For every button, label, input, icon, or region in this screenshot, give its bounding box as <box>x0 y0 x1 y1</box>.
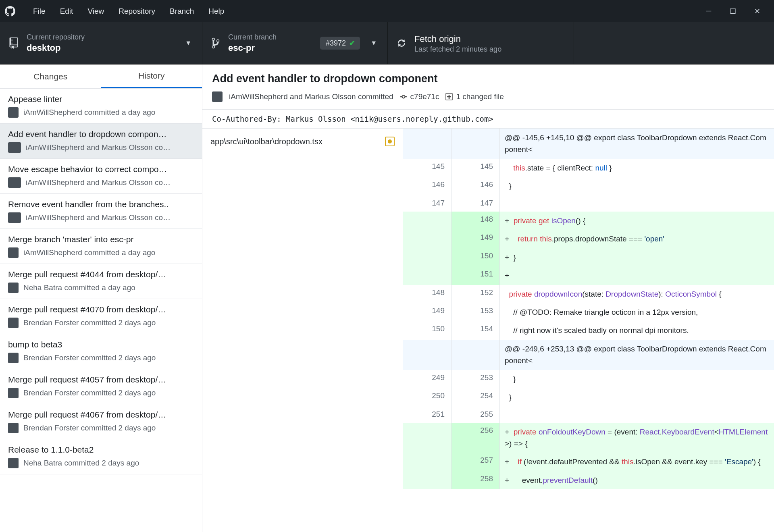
diff-view[interactable]: @@ -145,6 +145,10 @@ export class Toolba… <box>403 129 774 532</box>
commit-item[interactable]: Merge branch 'master' into esc-pr iAmWil… <box>0 229 202 264</box>
commit-item-title: Appease linter <box>8 94 194 104</box>
menu-file[interactable]: File <box>26 7 53 16</box>
commit-item[interactable]: Add event handler to dropdown compon… iA… <box>0 124 202 159</box>
diff-row: 256+ private onFoldoutKeyDown = (event: … <box>403 423 774 453</box>
line-num-new: 254 <box>452 388 500 406</box>
commit-item[interactable]: Merge pull request #4067 from desktop/… … <box>0 404 202 439</box>
code-line: + } <box>500 248 774 266</box>
fetch-button[interactable]: Fetch origin Last fetched 2 minutes ago <box>388 22 574 64</box>
code-line: private dropdownIcon(state: DropdownStat… <box>500 285 774 303</box>
repo-value: desktop <box>27 43 85 53</box>
line-num-new: 151 <box>452 266 500 285</box>
menu-edit[interactable]: Edit <box>53 7 81 16</box>
code-line: } <box>500 177 774 195</box>
sha-block: c79e71c <box>400 92 439 101</box>
line-num-old <box>403 248 452 266</box>
commit-item-title: Release to 1.1.0-beta2 <box>8 445 194 455</box>
commit-item[interactable]: Appease linter iAmWillShepherd committed… <box>0 89 202 124</box>
line-num-new: 253 <box>452 370 500 388</box>
code-line: } <box>500 388 774 406</box>
sync-icon <box>397 38 406 48</box>
line-num-old <box>403 453 452 471</box>
commit-item-title: Merge branch 'master' into esc-pr <box>8 235 194 244</box>
commit-item-author: Brendan Forster committed 2 days ago <box>23 353 156 362</box>
diff-row: 250254 } <box>403 388 774 406</box>
line-num-old <box>403 340 452 370</box>
file-list: app\src\ui\toolbar\dropdown.tsx <box>202 129 403 532</box>
commit-detail: Add event handler to dropdown component … <box>202 64 774 532</box>
menu-repository[interactable]: Repository <box>111 7 162 16</box>
commit-item-author: Neha Batra committed 2 days ago <box>23 459 139 468</box>
avatar <box>8 423 19 433</box>
commit-item-author: iAmWillShepherd committed a day ago <box>23 108 155 117</box>
window-close-icon[interactable]: ✕ <box>745 7 769 16</box>
line-num-new: 257 <box>452 453 500 471</box>
line-num-old <box>403 423 452 453</box>
diff-row: 151+ <box>403 266 774 285</box>
menu-help[interactable]: Help <box>201 7 231 16</box>
commit-item-author: iAmWillShepherd and Markus Olsson co… <box>26 143 171 152</box>
commit-item-title: Merge pull request #4057 from desktop/… <box>8 375 194 384</box>
code-line: + event.preventDefault() <box>500 471 774 489</box>
avatar <box>8 283 19 293</box>
file-modified-icon <box>385 137 395 146</box>
files-changed-block: 1 changed file <box>445 92 504 101</box>
tab-changes[interactable]: Changes <box>0 64 101 88</box>
line-num-new: 149 <box>452 230 500 248</box>
commit-item[interactable]: Merge pull request #4070 from desktop/… … <box>0 299 202 334</box>
diff-row: 150154 // right now it's scaled badly on… <box>403 321 774 339</box>
menu-branch[interactable]: Branch <box>162 7 201 16</box>
diff-row: 249253 } <box>403 370 774 388</box>
commit-sha: c79e71c <box>410 92 439 101</box>
commit-item[interactable]: Remove event handler from the branches..… <box>0 194 202 229</box>
avatar <box>8 318 19 328</box>
commit-item-title: Move escape behavior to correct compo… <box>8 164 194 174</box>
code-line: this.state = { clientRect: null } <box>500 159 774 177</box>
diff-row: 145145 this.state = { clientRect: null } <box>403 159 774 177</box>
line-num-new: 256 <box>452 423 500 453</box>
file-item[interactable]: app\src\ui\toolbar\dropdown.tsx <box>202 129 403 154</box>
commit-item-title: Merge pull request #4044 from desktop/… <box>8 270 194 279</box>
chevron-down-icon: ▼ <box>370 39 377 47</box>
tab-history[interactable]: History <box>101 64 202 88</box>
avatar <box>8 388 19 398</box>
repo-dropdown[interactable]: Current repository desktop ▼ <box>0 22 202 64</box>
code-line: + if (!event.defaultPrevented && this.is… <box>500 453 774 471</box>
commit-item-author: iAmWillShepherd and Markus Olsson co… <box>26 213 171 222</box>
fetch-label: Fetch origin <box>414 34 501 44</box>
commit-byline: iAmWillShepherd and Markus Olsson commit… <box>229 92 393 101</box>
line-num-old <box>403 129 452 159</box>
diff-row: @@ -145,6 +145,10 @@ export class Toolba… <box>403 129 774 159</box>
avatar <box>212 91 223 102</box>
diff-row: 251255 <box>403 407 774 423</box>
commit-item[interactable]: Merge pull request #4044 from desktop/… … <box>0 264 202 299</box>
commit-list[interactable]: Appease linter iAmWillShepherd committed… <box>0 89 202 474</box>
sidebar: Changes History Appease linter iAmWillSh… <box>0 64 202 532</box>
pr-number: #3972 <box>326 39 346 48</box>
branch-label: Current branch <box>228 33 277 42</box>
avatar <box>8 247 19 258</box>
avatar <box>8 142 21 153</box>
branch-dropdown[interactable]: Current branch esc-pr #3972 ✔ ▼ <box>202 22 388 64</box>
window-minimize-icon[interactable]: ─ <box>697 7 721 15</box>
line-num-new <box>452 340 500 370</box>
commit-item[interactable]: bump to beta3 Brendan Forster committed … <box>0 334 202 369</box>
line-num-new: 152 <box>452 285 500 303</box>
line-num-new: 154 <box>452 321 500 339</box>
diff-row: 146146 } <box>403 177 774 195</box>
avatar <box>8 458 19 468</box>
avatar <box>8 212 21 223</box>
diff-row: 149153 // @TODO: Remake triangle octicon… <box>403 303 774 321</box>
commit-item[interactable]: Move escape behavior to correct compo… i… <box>0 159 202 194</box>
commit-item[interactable]: Merge pull request #4057 from desktop/… … <box>0 369 202 404</box>
title-bar: File Edit View Repository Branch Help ─ … <box>0 0 774 22</box>
window-maximize-icon[interactable]: ☐ <box>721 7 745 16</box>
commit-item[interactable]: Release to 1.1.0-beta2 Neha Batra commit… <box>0 439 202 474</box>
diff-row: 148152 private dropdownIcon(state: Dropd… <box>403 285 774 303</box>
menu-view[interactable]: View <box>80 7 111 16</box>
diff-row: 149+ return this.props.dropdownState ===… <box>403 230 774 248</box>
github-logo-icon <box>5 6 15 17</box>
toolbar: Current repository desktop ▼ Current bra… <box>0 22 774 64</box>
line-num-new: 153 <box>452 303 500 321</box>
commit-item-title: bump to beta3 <box>8 340 194 349</box>
